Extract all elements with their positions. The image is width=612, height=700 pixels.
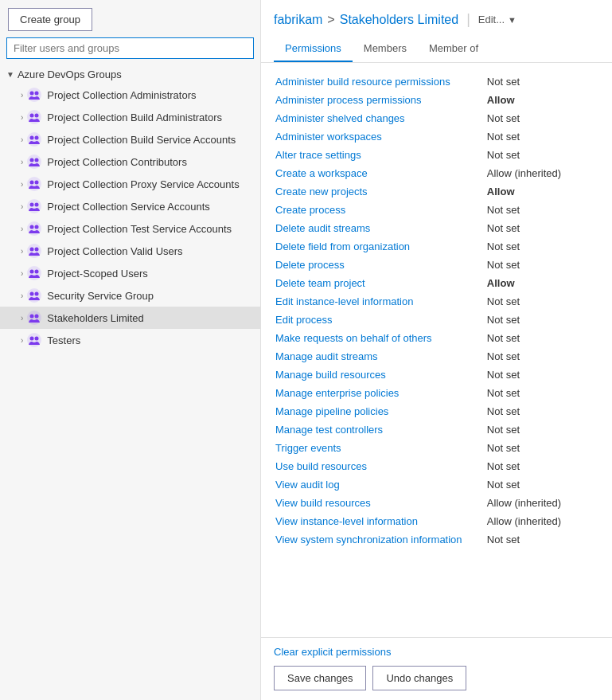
permission-row: Manage enterprise policiesNot set xyxy=(274,384,599,402)
permission-value[interactable]: Not set xyxy=(485,384,599,402)
tree-item[interactable]: › Project Collection Administrators xyxy=(0,84,260,106)
permission-name[interactable]: Use build resources xyxy=(274,457,485,475)
permission-row: View build resourcesAllow (inherited) xyxy=(274,494,599,512)
tree-group-azure-devops[interactable]: ▼ Azure DevOps Groups xyxy=(0,65,260,84)
permission-name[interactable]: View instance-level information xyxy=(274,512,485,530)
permission-name[interactable]: Edit process xyxy=(274,311,485,329)
permission-value[interactable]: Not set xyxy=(485,72,599,91)
permission-value[interactable]: Not set xyxy=(485,347,599,366)
permission-value[interactable]: Not set xyxy=(485,475,599,494)
filter-input[interactable] xyxy=(6,37,254,59)
permission-value[interactable]: Not set xyxy=(485,311,599,329)
permission-name[interactable]: View build resources xyxy=(274,494,485,512)
permission-value[interactable]: Not set xyxy=(485,256,599,274)
permission-name[interactable]: Administer build resource permissions xyxy=(274,72,485,91)
permission-name[interactable]: Manage pipeline policies xyxy=(274,402,485,420)
tree-item[interactable]: › Stakeholders Limited xyxy=(0,307,260,329)
permission-row: View system synchronization informationN… xyxy=(274,530,599,549)
tree-item[interactable]: › Project Collection Contributors xyxy=(0,151,260,173)
permission-value[interactable]: Not set xyxy=(485,329,599,347)
permission-value[interactable]: Allow xyxy=(485,182,599,201)
edit-dropdown[interactable]: Edit... ▼ xyxy=(478,14,516,25)
permission-name[interactable]: View system synchronization information xyxy=(274,530,485,549)
permission-row: Manage audit streamsNot set xyxy=(274,347,599,366)
permission-name[interactable]: Manage audit streams xyxy=(274,347,485,366)
permission-name[interactable]: Administer workspaces xyxy=(274,127,485,146)
tree-item[interactable]: › Project Collection Build Administrator… xyxy=(0,106,260,128)
permission-name[interactable]: Manage test controllers xyxy=(274,420,485,439)
permission-row: Manage pipeline policiesNot set xyxy=(274,402,599,420)
permission-value[interactable]: Allow xyxy=(485,274,599,292)
save-changes-button[interactable]: Save changes xyxy=(274,666,366,690)
breadcrumb-org[interactable]: fabrikam xyxy=(274,13,322,27)
tree-item[interactable]: › Project Collection Service Accounts xyxy=(0,195,260,217)
permission-name[interactable]: Delete audit streams xyxy=(274,219,485,237)
permission-value[interactable]: Not set xyxy=(485,109,599,127)
permission-value[interactable]: Not set xyxy=(485,366,599,384)
permission-value[interactable]: Not set xyxy=(485,402,599,420)
tree-item[interactable]: › Project Collection Valid Users xyxy=(0,240,260,262)
tree-item[interactable]: › Project Collection Test Service Accoun… xyxy=(0,217,260,240)
permission-value[interactable]: Not set xyxy=(485,146,599,164)
permission-name[interactable]: Edit instance-level information xyxy=(274,292,485,311)
tabs-row: PermissionsMembersMember of xyxy=(274,36,599,62)
permission-name[interactable]: View audit log xyxy=(274,475,485,494)
group-icon xyxy=(26,243,42,259)
permission-name[interactable]: Create a workspace xyxy=(274,164,485,182)
tree-item[interactable]: › Project Collection Build Service Accou… xyxy=(0,128,260,151)
permission-value[interactable]: Not set xyxy=(485,127,599,146)
permission-value[interactable]: Not set xyxy=(485,219,599,237)
permission-row: Alter trace settingsNot set xyxy=(274,146,599,164)
permission-name[interactable]: Create process xyxy=(274,201,485,219)
chevron-right-icon: › xyxy=(21,336,23,345)
tree-item[interactable]: › Project-Scoped Users xyxy=(0,262,260,284)
clear-permissions-link[interactable]: Clear explicit permissions xyxy=(274,646,391,658)
permission-value[interactable]: Not set xyxy=(485,201,599,219)
chevron-right-icon: › xyxy=(21,113,23,122)
tree-item[interactable]: › Project Collection Proxy Service Accou… xyxy=(0,173,260,195)
svg-point-5 xyxy=(35,114,39,118)
permission-name[interactable]: Trigger events xyxy=(274,439,485,457)
permission-value[interactable]: Allow (inherited) xyxy=(485,512,599,530)
permission-value[interactable]: Not set xyxy=(485,457,599,475)
permission-value[interactable]: Allow (inherited) xyxy=(485,494,599,512)
permission-name[interactable]: Administer process permissions xyxy=(274,91,485,109)
right-header: fabrikam > Stakeholders Limited | Edit..… xyxy=(261,0,612,63)
tree-item[interactable]: › Testers xyxy=(0,329,260,351)
tree-item[interactable]: › Security Service Group xyxy=(0,284,260,307)
permission-name[interactable]: Delete team project xyxy=(274,274,485,292)
tree-item-label: Stakeholders Limited xyxy=(47,312,143,324)
permission-name[interactable]: Manage build resources xyxy=(274,366,485,384)
permission-name[interactable]: Alter trace settings xyxy=(274,146,485,164)
permission-name[interactable]: Administer shelved changes xyxy=(274,109,485,127)
svg-point-11 xyxy=(35,158,39,162)
undo-changes-button[interactable]: Undo changes xyxy=(372,666,466,690)
create-group-button[interactable]: Create group xyxy=(8,8,92,31)
permission-name[interactable]: Delete field from organization xyxy=(274,237,485,256)
svg-point-20 xyxy=(35,225,39,229)
permission-value[interactable]: Allow (inherited) xyxy=(485,164,599,182)
permission-value[interactable]: Not set xyxy=(485,420,599,439)
permission-value[interactable]: Not set xyxy=(485,530,599,549)
permission-name[interactable]: Create new projects xyxy=(274,182,485,201)
permission-name[interactable]: Delete process xyxy=(274,256,485,274)
chevron-right-icon: › xyxy=(21,158,23,166)
svg-point-28 xyxy=(30,292,34,296)
svg-point-31 xyxy=(30,315,34,319)
permission-value[interactable]: Allow xyxy=(485,91,599,109)
svg-point-33 xyxy=(27,333,41,347)
permission-name[interactable]: Make requests on behalf of others xyxy=(274,329,485,347)
tab-members[interactable]: Members xyxy=(353,36,418,62)
permission-value[interactable]: Not set xyxy=(485,237,599,256)
svg-point-0 xyxy=(27,88,41,102)
breadcrumb: fabrikam > Stakeholders Limited | Edit..… xyxy=(274,11,599,28)
permission-value[interactable]: Not set xyxy=(485,439,599,457)
tree-item-label: Project Collection Test Service Accounts xyxy=(47,223,232,235)
group-icon xyxy=(26,87,42,103)
breadcrumb-group[interactable]: Stakeholders Limited xyxy=(340,13,458,27)
permission-name[interactable]: Manage enterprise policies xyxy=(274,384,485,402)
tab-permissions[interactable]: Permissions xyxy=(274,36,353,62)
tab-member-of[interactable]: Member of xyxy=(418,36,489,62)
permission-row: Manage test controllersNot set xyxy=(274,420,599,439)
permission-value[interactable]: Not set xyxy=(485,292,599,311)
